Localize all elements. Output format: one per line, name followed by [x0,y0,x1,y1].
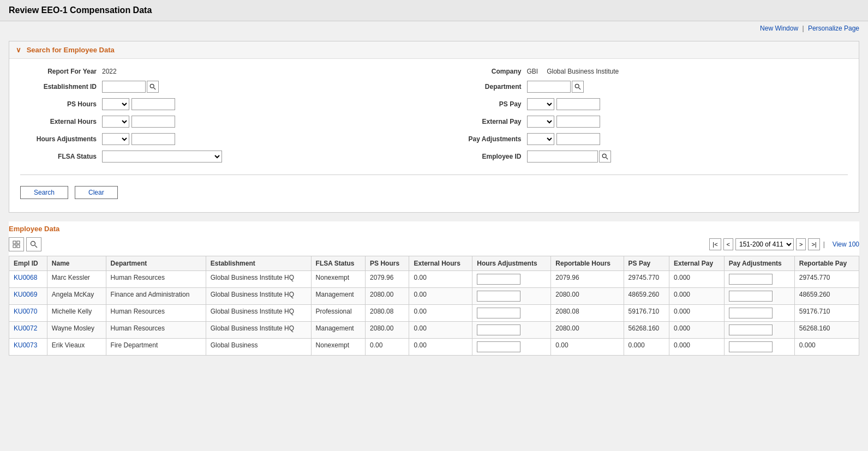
table-cell: 0.00 [551,339,624,356]
editable-cell-input[interactable] [729,291,773,302]
table-cell: Human Resources [106,322,206,339]
col-external-hours: External Hours [409,256,472,271]
editable-cell-input[interactable] [729,308,773,318]
empl-id-link[interactable]: KU0073 [14,341,37,349]
search-section-header[interactable]: ∨ Search for Employee Data [9,41,859,59]
company-name: Global Business Institute [547,68,619,75]
employee-id-lookup-btn[interactable] [599,151,611,163]
establishment-id-input[interactable] [102,81,146,93]
table-cell: 59176.710 [794,305,859,322]
table-cell: 2080.08 [551,305,624,322]
table-cell[interactable]: KU0072 [9,322,47,339]
empl-id-link[interactable]: KU0072 [14,324,37,332]
table-cell: Global Business Institute HQ [206,305,311,322]
table-row: KU0069Angela McKayFinance and Administra… [9,288,859,305]
prev-page-btn[interactable]: < [723,238,733,250]
table-cell: Management [311,322,366,339]
flsa-status-label: FLSA Status [20,153,97,160]
department-lookup-btn[interactable] [572,81,584,93]
ps-hours-row: PS Hours <>= 0.00 [20,98,423,110]
last-page-btn[interactable]: >| [808,238,819,250]
table-cell[interactable] [472,288,551,305]
editable-cell-input[interactable] [477,291,520,302]
table-cell[interactable] [472,305,551,322]
external-hours-comparator[interactable]: <>= [102,116,129,128]
ps-pay-input[interactable]: 0.000 [556,98,600,110]
search-button[interactable]: Search [20,186,68,199]
search-data-button[interactable] [26,237,41,251]
empl-id-link[interactable]: KU0068 [14,274,37,281]
editable-cell-input[interactable] [477,274,520,285]
table-cell[interactable] [724,271,794,288]
external-pay-comparator[interactable]: <>= [527,116,554,128]
editable-cell-input[interactable] [477,341,520,352]
table-cell: Global Business Institute HQ [206,322,311,339]
editable-cell-input[interactable] [729,324,773,335]
table-cell[interactable] [724,322,794,339]
pay-adjustments-input[interactable]: 0.000 [556,133,600,145]
empl-id-link[interactable]: KU0069 [14,291,37,298]
top-links-bar: New Window | Personalize Page [0,21,868,35]
employee-id-input[interactable] [527,151,598,163]
report-year-value: 2022 [102,68,117,75]
table-cell: Human Resources [106,271,206,288]
page-select[interactable]: 151-200 of 411 [735,238,794,250]
editable-cell-input[interactable] [477,324,520,335]
table-cell[interactable]: KU0073 [9,339,47,356]
empl-id-link[interactable]: KU0070 [14,308,37,315]
grid-view-button[interactable] [9,237,24,251]
pay-adjustments-field: <>= 0.000 [527,133,600,145]
left-column: Report For Year 2022 Establishment ID [20,68,423,168]
view-100-link[interactable]: View 100 [833,240,859,248]
new-window-link[interactable]: New Window [760,25,798,32]
ps-hours-comparator[interactable]: <>= [102,98,129,110]
department-input[interactable] [527,81,571,93]
establishment-id-lookup-btn[interactable] [147,81,159,93]
table-cell: Fire Department [106,339,206,356]
table-cell[interactable] [472,271,551,288]
table-cell: 56268.160 [794,322,859,339]
table-cell[interactable]: KU0069 [9,288,47,305]
main-content: ∨ Search for Employee Data Report For Ye… [0,35,868,361]
table-cell[interactable] [472,322,551,339]
table-cell: 2079.96 [366,271,409,288]
table-cell: Management [311,288,366,305]
col-department: Department [106,256,206,271]
personalize-page-link[interactable]: Personalize Page [808,25,859,32]
table-cell: Human Resources [106,305,206,322]
pay-adjustments-comparator[interactable]: <>= [527,133,554,145]
external-pay-input[interactable]: 0.000 [556,116,600,128]
ps-hours-input[interactable]: 0.00 [131,98,175,110]
col-empl-id: Empl ID [9,256,47,271]
flsa-status-select[interactable]: Exempt Nonexempt Management Professional [102,151,222,163]
toolbar: |< < 151-200 of 411 > >| | View 100 [9,235,859,254]
hours-adjustments-comparator[interactable]: <>= [102,133,129,145]
table-cell: 0.000 [669,305,725,322]
next-page-btn[interactable]: > [796,238,806,250]
table-cell: 0.000 [794,339,859,356]
hours-adjustments-input[interactable]: 0.00 [131,133,175,145]
clear-button[interactable]: Clear [75,186,118,199]
editable-cell-input[interactable] [729,341,773,352]
first-page-btn[interactable]: |< [709,238,721,250]
table-cell[interactable] [724,339,794,356]
department-label: Department [445,83,522,91]
external-hours-input[interactable]: 0.00 [131,116,175,128]
table-cell[interactable] [472,339,551,356]
search-section: ∨ Search for Employee Data Report For Ye… [9,41,859,213]
table-cell[interactable]: KU0068 [9,271,47,288]
pay-adjustments-label: Pay Adjustments [445,135,522,143]
table-cell[interactable] [724,288,794,305]
ps-pay-comparator[interactable]: <>= [527,98,554,110]
table-cell: Wayne Mosley [47,322,106,339]
table-cell: 2080.00 [366,288,409,305]
editable-cell-input[interactable] [729,274,773,285]
table-cell[interactable] [724,305,794,322]
table-cell[interactable]: KU0070 [9,305,47,322]
table-cell: Global Business Institute HQ [206,288,311,305]
table-row: KU0073Erik VieauxFire DepartmentGlobal B… [9,339,859,356]
right-column: Company GBI Global Business Institute De… [445,68,848,168]
ps-hours-field: <>= 0.00 [102,98,175,110]
editable-cell-input[interactable] [477,308,520,318]
table-cell: 48659.260 [624,288,669,305]
